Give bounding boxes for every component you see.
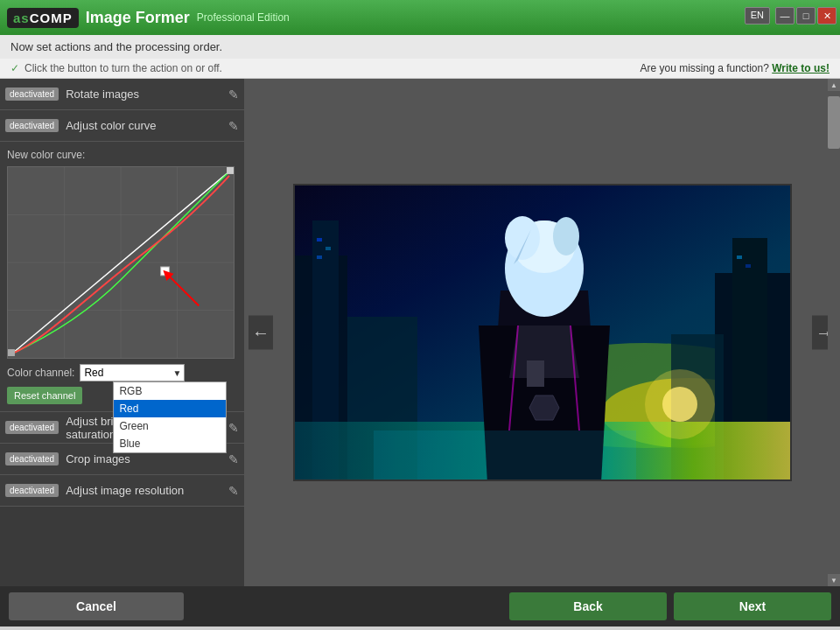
svg-point-30 [505,216,540,260]
back-button[interactable]: Back [509,592,667,620]
reset-channel-button[interactable]: Reset channel [7,387,82,404]
svg-rect-41 [374,430,636,481]
color-curve-badge[interactable]: deactivated [5,119,59,132]
crop-edit-icon[interactable]: ✎ [228,452,239,466]
write-us-link[interactable]: Write to us! [772,62,830,74]
crop-label: Crop images [66,452,228,466]
rotate-label: Rotate images [66,88,228,101]
new-color-label: New color curve: [7,149,237,161]
hint-right: Are you missing a function? Write to us! [640,62,830,74]
app-edition: Professional Edition [197,11,290,24]
hint-left: ✓ Click the button to turn the action on… [10,62,222,74]
app-title: Image Former [86,9,190,27]
color-curve-body: New color curve: [0,142,244,411]
close-button[interactable]: ✕ [817,7,836,24]
crop-badge[interactable]: deactivated [5,452,59,466]
prev-image-button[interactable]: ← [248,316,273,350]
color-channel-input[interactable]: Red [80,364,185,382]
dropdown-item-rgb[interactable]: RGB [114,382,226,400]
missing-text: Are you missing a function? [640,62,768,74]
color-channel-label: Color channel: [7,367,74,379]
left-panel: deactivated Rotate images ✎ deactivated … [0,79,245,586]
hint-bar: ✓ Click the button to turn the action on… [0,59,840,79]
info-text: Now set actions and the processing order… [10,40,222,53]
scrollbar[interactable]: ▲ ▼ [828,79,840,586]
rotate-edit-icon[interactable]: ✎ [228,88,239,102]
main-content: deactivated Rotate images ✎ deactivated … [0,79,840,586]
window-controls: EN — □ ✕ [745,7,836,24]
dropdown-item-green[interactable]: Green [114,417,226,435]
scroll-down-arrow[interactable]: ▼ [828,574,840,586]
right-panel: ← [245,79,840,586]
bottom-bar: Cancel Back Next [0,586,840,626]
maximize-button[interactable]: □ [796,7,816,24]
next-button[interactable]: Next [674,592,831,620]
color-channel-row: Color channel: Red ▼ RGB Red Green Blue [7,364,237,382]
minimize-button[interactable]: — [775,7,794,24]
preview-image [293,184,792,481]
svg-rect-19 [317,256,322,259]
svg-rect-11 [227,167,234,174]
info-bar: Now set actions and the processing order… [0,35,840,59]
action-rotate[interactable]: deactivated Rotate images ✎ [0,79,244,110]
color-curve-section: deactivated Adjust color curve ✎ New col… [0,110,244,412]
status-bar: Version 2.005 [0,626,840,630]
svg-line-8 [167,274,200,306]
cancel-button[interactable]: Cancel [9,592,184,620]
brightness-edit-icon[interactable]: ✎ [228,421,239,435]
action-color-curve[interactable]: deactivated Adjust color curve ✎ [0,110,244,142]
color-channel-dropdown[interactable]: RGB Red Green Blue [113,382,227,453]
svg-rect-22 [737,256,742,259]
curve-canvas[interactable] [7,166,234,359]
resolution-badge[interactable]: deactivated [5,484,59,497]
svg-point-31 [553,217,579,256]
svg-rect-10 [8,349,15,356]
check-icon: ✓ [10,62,19,74]
dropdown-item-blue[interactable]: Blue [114,435,226,452]
curve-grid-svg [8,167,234,358]
svg-rect-18 [326,247,331,250]
svg-rect-17 [317,238,322,242]
rotate-badge[interactable]: deactivated [5,88,59,101]
resolution-edit-icon[interactable]: ✎ [228,484,239,498]
resolution-label: Adjust image resolution [66,484,228,497]
svg-rect-23 [746,264,751,268]
color-curve-label: Adjust color curve [66,119,228,132]
scroll-up-arrow[interactable]: ▲ [828,79,840,91]
color-curve-edit-icon[interactable]: ✎ [228,119,239,133]
color-channel-select-wrapper: Red ▼ RGB Red Green Blue [80,364,185,382]
title-bar: asCOMP Image Former Professional Edition… [0,0,840,35]
brightness-badge[interactable]: deactivated [5,421,59,434]
hint-text: Click the button to turn the action on o… [24,62,222,74]
svg-point-40 [645,369,715,439]
logo-text: asCOMP [13,10,73,25]
logo-box: asCOMP [7,8,79,28]
action-resolution[interactable]: deactivated Adjust image resolution ✎ [0,475,244,507]
svg-marker-36 [529,396,559,420]
anime-svg [295,186,792,481]
image-container [293,184,792,481]
dropdown-item-red[interactable]: Red [114,400,226,417]
svg-rect-35 [527,360,544,387]
lang-indicator[interactable]: EN [745,7,770,24]
scroll-thumb[interactable] [828,96,840,149]
